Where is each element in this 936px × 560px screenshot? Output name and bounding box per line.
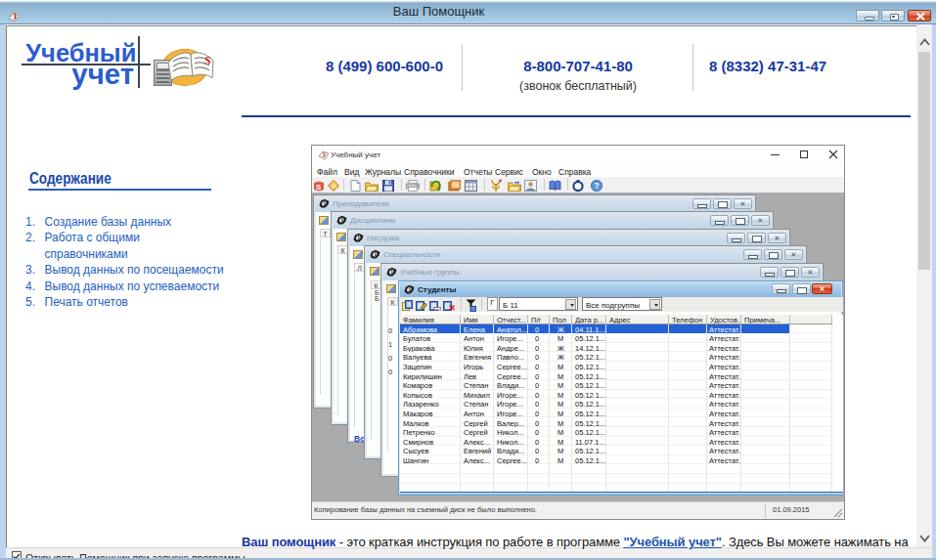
svg-text:S: S	[204, 54, 211, 67]
svg-text:S: S	[316, 183, 322, 192]
svg-text:?: ?	[594, 181, 599, 191]
